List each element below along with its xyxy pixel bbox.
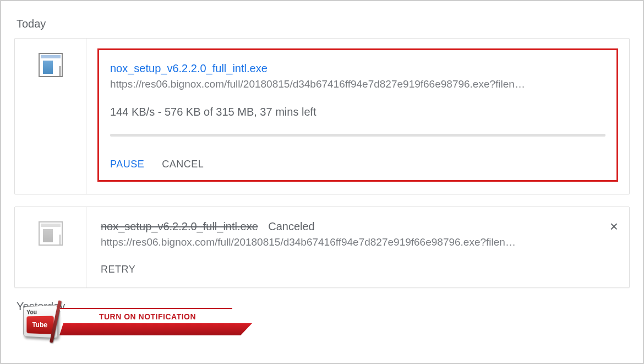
- executable-icon: [39, 53, 63, 77]
- pause-button[interactable]: PAUSE: [110, 159, 144, 170]
- download-filename: nox_setup_v6.2.2.0_full_intl.exe: [101, 220, 258, 232]
- banner-text: TURN ON NOTIFICATION: [59, 308, 236, 324]
- highlight-box: nox_setup_v6.2.2.0_full_intl.exe https:/…: [97, 48, 618, 182]
- file-icon-column: [15, 207, 86, 287]
- close-icon[interactable]: ×: [610, 218, 618, 235]
- download-card-canceled: × nox_setup_v6.2.2.0_full_intl.exe Cance…: [14, 207, 630, 288]
- executable-icon: [39, 221, 63, 246]
- file-icon-column: [15, 39, 86, 194]
- section-header-today: Today: [17, 18, 630, 30]
- download-card-active: nox_setup_v6.2.2.0_full_intl.exe https:/…: [14, 38, 630, 194]
- download-progress-bar: [110, 134, 605, 137]
- download-url: https://res06.bignox.com/full/20180815/d…: [101, 236, 615, 248]
- cancel-button[interactable]: CANCEL: [162, 159, 204, 170]
- download-status: Canceled: [268, 220, 315, 232]
- download-progress-text: 144 KB/s - 576 KB of 315 MB, 37 mins lef…: [110, 106, 605, 118]
- download-url: https://res06.bignox.com/full/20180815/d…: [110, 78, 605, 90]
- retry-button[interactable]: RETRY: [101, 264, 135, 275]
- notification-banner: You Tube TURN ON NOTIFICATION: [22, 300, 252, 343]
- banner-ribbon: TURN ON NOTIFICATION: [59, 308, 252, 335]
- download-filename[interactable]: nox_setup_v6.2.2.0_full_intl.exe: [110, 62, 605, 75]
